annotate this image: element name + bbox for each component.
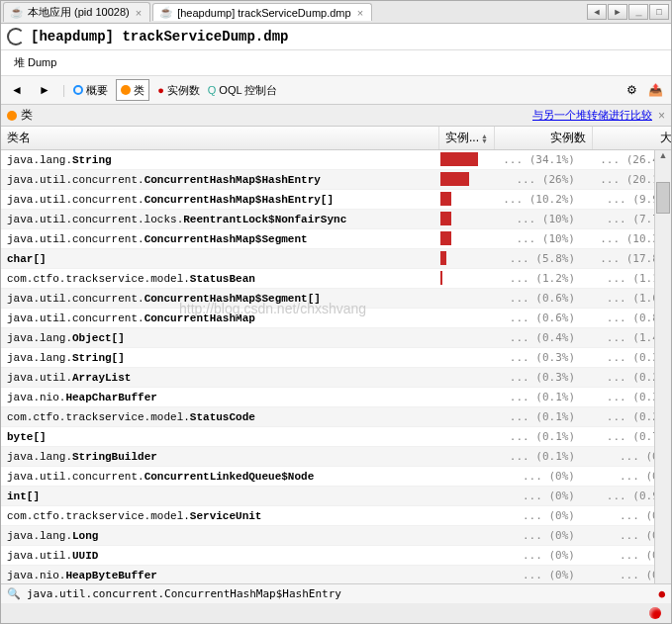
- instances-cell: (26%): [484, 173, 581, 186]
- class-name-cell: java.util.concurrent.ConcurrentLinkedQue…: [1, 471, 438, 483]
- table-row[interactable]: byte[] (0.1%) (0.7%): [1, 427, 654, 447]
- prev-button[interactable]: ◄: [587, 4, 607, 20]
- table-row[interactable]: java.lang.String[] (0.3%) (0.3%): [1, 348, 654, 368]
- size-cell: (0%): [581, 470, 654, 483]
- class-name-cell: com.ctfo.trackservice.model.ServiceUnit: [1, 510, 438, 522]
- size-cell: (17.8%): [581, 252, 654, 265]
- size-cell: (0.3%): [581, 391, 654, 403]
- tab-local-app[interactable]: ☕ 本地应用 (pid 10028) ×: [3, 2, 150, 22]
- table-row[interactable]: java.util.concurrent.ConcurrentHashMap$H…: [1, 170, 654, 190]
- table-row[interactable]: java.nio.HeapByteBuffer (0%) (0%): [1, 566, 654, 583]
- class-name-cell: java.nio.HeapCharBuffer: [1, 392, 438, 403]
- table-row[interactable]: com.ctfo.trackservice.model.StatusBean (…: [1, 269, 654, 289]
- subtab-heapdump[interactable]: 堆 Dump: [5, 52, 65, 73]
- status-text: java.util.concurrent.ConcurrentHashMap$H…: [27, 587, 341, 600]
- instances-cell: (1.2%): [484, 272, 581, 285]
- class-name-cell: java.nio.HeapByteBuffer: [1, 570, 438, 581]
- size-cell: (20.1%): [581, 173, 654, 186]
- next-button[interactable]: ►: [608, 4, 627, 20]
- settings-icon[interactable]: ⚙: [622, 80, 641, 100]
- table-row[interactable]: char[] (5.8%) (17.8%): [1, 249, 654, 269]
- scrollbar-thumb[interactable]: [656, 182, 670, 214]
- bar-cell: [438, 152, 484, 168]
- table-row[interactable]: com.ctfo.trackservice.model.ServiceUnit …: [1, 506, 654, 526]
- sub-tabbar: 堆 Dump: [1, 50, 671, 76]
- size-cell: (1.4%): [581, 331, 654, 344]
- class-name-cell: java.util.ArrayList: [1, 372, 438, 384]
- class-name-cell: java.lang.String[]: [1, 352, 438, 364]
- instances-cell: (0%): [484, 569, 581, 581]
- editor-tabbar: ☕ 本地应用 (pid 10028) × ☕ [heapdump] trackS…: [1, 1, 671, 24]
- table-row[interactable]: java.util.concurrent.ConcurrentHashMap (…: [1, 309, 654, 328]
- record-icon[interactable]: ●: [658, 587, 665, 600]
- close-icon[interactable]: ×: [658, 109, 665, 123]
- close-icon[interactable]: ×: [134, 7, 144, 19]
- class-name-cell: com.ctfo.trackservice.model.StatusCode: [1, 411, 438, 423]
- size-cell: (0.8%): [581, 312, 654, 324]
- oql-button[interactable]: Q OQL 控制台: [208, 83, 277, 98]
- table-row[interactable]: java.util.concurrent.ConcurrentHashMap$S…: [1, 229, 654, 249]
- size-cell: (0%): [581, 569, 654, 581]
- size-cell: (0.2%): [581, 371, 654, 384]
- size-cell: (0%): [581, 529, 654, 542]
- table-row[interactable]: java.lang.String (34.1%) (26.4%): [1, 150, 654, 170]
- table-row[interactable]: java.lang.Object[] (0.4%) (1.4%): [1, 328, 654, 348]
- instances-cell: (0.6%): [484, 312, 581, 324]
- close-icon[interactable]: ×: [355, 7, 365, 19]
- table-row[interactable]: java.nio.HeapCharBuffer (0.1%) (0.3%): [1, 388, 654, 407]
- instances-cell: (10.2%): [484, 193, 581, 206]
- table-row[interactable]: java.util.concurrent.ConcurrentHashMap$S…: [1, 289, 654, 309]
- refresh-icon[interactable]: [7, 28, 25, 45]
- export-icon[interactable]: 📤: [645, 80, 665, 100]
- class-name-cell: int[]: [1, 490, 438, 502]
- back-button[interactable]: ◄: [7, 80, 27, 100]
- instances-cell: (0.3%): [484, 371, 581, 384]
- instances-cell: (0%): [484, 509, 581, 522]
- size-cell: (0%): [581, 450, 654, 463]
- col-size[interactable]: 大小: [593, 127, 671, 149]
- class-icon: [121, 85, 131, 95]
- tab-heapdump[interactable]: ☕ [heapdump] trackServiceDump.dmp ×: [152, 3, 372, 21]
- table-row[interactable]: java.util.concurrent.locks.ReentrantLock…: [1, 210, 654, 229]
- instances-cell: (0%): [484, 549, 581, 562]
- forward-button[interactable]: ►: [35, 80, 54, 100]
- instances-cell: (0.1%): [484, 430, 581, 443]
- compare-link[interactable]: 与另一个堆转储进行比较: [532, 108, 652, 123]
- table-row[interactable]: java.lang.Long (0%) (0%): [1, 526, 654, 546]
- bar-cell: [438, 172, 484, 188]
- size-cell: (10.3%): [581, 232, 654, 245]
- overview-button[interactable]: 概要: [73, 83, 108, 98]
- table-row[interactable]: java.util.ArrayList (0.3%) (0.2%): [1, 368, 654, 388]
- java-icon: ☕: [159, 6, 173, 19]
- instances-cell: (0.1%): [484, 450, 581, 463]
- class-table: http://blog.csdn.net/chxshvang 类名 实例... …: [1, 127, 671, 583]
- table-row[interactable]: java.util.UUID (0%) (0%): [1, 546, 654, 566]
- col-classname[interactable]: 类名: [1, 127, 439, 149]
- bar-cell: [438, 192, 484, 208]
- instances-button[interactable]: ● 实例数: [157, 83, 200, 98]
- table-row[interactable]: java.util.concurrent.ConcurrentLinkedQue…: [1, 467, 654, 487]
- vertical-scrollbar[interactable]: ▲: [654, 150, 671, 583]
- classes-button[interactable]: 类: [116, 79, 149, 101]
- class-name-cell: java.lang.Long: [1, 530, 438, 542]
- col-bar[interactable]: 实例... ▲▼: [439, 127, 495, 149]
- class-icon: [7, 111, 17, 121]
- size-cell: (0.2%): [581, 410, 654, 423]
- table-row[interactable]: java.util.concurrent.ConcurrentHashMap$H…: [1, 190, 654, 210]
- table-row[interactable]: com.ctfo.trackservice.model.StatusCode (…: [1, 407, 654, 427]
- minimize-button[interactable]: ＿: [628, 4, 648, 20]
- class-name-cell: java.lang.Object[]: [1, 332, 438, 344]
- col-instances[interactable]: 实例数: [495, 127, 593, 149]
- maximize-button[interactable]: □: [649, 4, 669, 20]
- instances-cell: (0.1%): [484, 391, 581, 403]
- size-cell: (0.3%): [581, 351, 654, 364]
- filter-icon[interactable]: 🔍: [7, 587, 21, 600]
- size-cell: (0%): [581, 549, 654, 562]
- table-body[interactable]: java.lang.String (34.1%) (26.4%)java.uti…: [1, 150, 654, 583]
- table-row[interactable]: java.lang.StringBuilder (0.1%) (0%): [1, 447, 654, 467]
- tab-label: 本地应用 (pid 10028): [28, 5, 130, 20]
- size-cell: (7.7%): [581, 213, 654, 225]
- class-name-cell: java.lang.String: [1, 154, 438, 166]
- table-row[interactable]: int[] (0%) (0.9%): [1, 487, 654, 506]
- instances-cell: (10%): [484, 232, 581, 245]
